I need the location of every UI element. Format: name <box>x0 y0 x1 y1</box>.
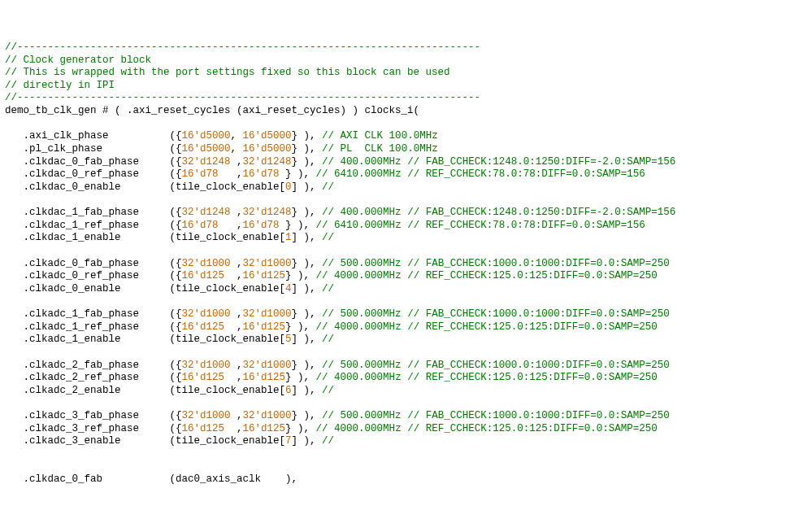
code-block: //--------------------------------------… <box>5 41 807 486</box>
